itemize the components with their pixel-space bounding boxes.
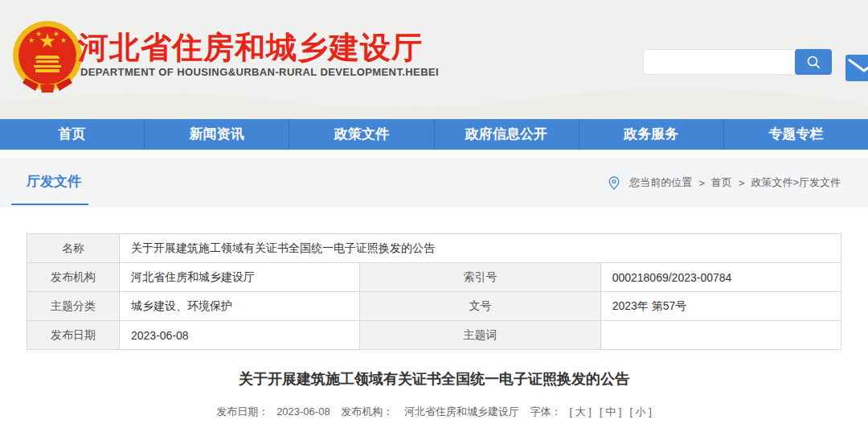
nav-item-special-topics[interactable]: 专题专栏 [724,119,868,150]
publish-date-label: 发布日期 [27,321,120,350]
table-row: 发布机构 河北省住房和城乡建设厅 索引号 000218069/2023-0078… [27,263,841,292]
table-row: 发布日期 2023-06-08 主题词 [27,321,841,350]
breadcrumb-separator: > [698,177,705,189]
table-row: 主题分类 城乡建设、环境保护 文号 2023年 第57号 [27,292,841,321]
svg-text:★: ★ [60,36,67,44]
breadcrumb-label: 您当前的位置 [629,175,692,190]
nav-item-policy-documents[interactable]: 政策文件 [289,119,434,150]
keywords-value [600,321,841,350]
keywords-label: 主题词 [360,321,600,350]
topic-category-value: 城乡建设、环境保护 [120,292,360,321]
breadcrumb: 您当前的位置 > 首页 > 政策文件>厅发文件 [605,175,844,190]
article-publish-date: 2023-06-08 [276,405,330,418]
doc-info-table: 名称 关于开展建筑施工领域有关证书全国统一电子证照换发的公告 发布机构 河北省住… [27,233,841,350]
site-subtitle: DEPARTMENT OF HOUSING&URBAN-RURAL DEVELO… [80,66,439,78]
article-meta: 发布日期：2023-06-08 发布机构： 河北省住房和城乡建设厅 字体：[ 大… [0,405,868,419]
font-size-label: 字体： [530,405,562,418]
svg-text:★: ★ [53,30,59,38]
breadcrumb-home[interactable]: 首页 [711,175,732,190]
topic-category-label: 主题分类 [27,292,120,321]
mail-icon[interactable] [845,55,868,81]
breadcrumb-current[interactable]: 政策文件>厅发文件 [751,175,841,190]
svg-text:★: ★ [28,36,35,44]
index-number-value: 000218069/2023-00784 [600,263,841,292]
nav-item-gov-services[interactable]: 政务服务 [579,119,724,150]
section-bar: 厅发文件 您当前的位置 > 首页 > 政策文件>厅发文件 [0,158,868,208]
tab-office-documents[interactable]: 厅发文件 [27,172,81,191]
nav-item-news[interactable]: 新闻资讯 [145,119,289,150]
font-size-medium-button[interactable]: [ 中 ] [600,405,621,418]
search-button[interactable] [795,49,832,75]
doc-name-value: 关于开展建筑施工领域有关证书全国统一电子证照换发的公告 [120,234,841,263]
nav-gap [0,150,868,158]
index-number-label: 索引号 [360,263,600,292]
main-nav: 首页 新闻资讯 政策文件 政府信息公开 政务服务 专题专栏 [0,119,868,150]
doc-name-label: 名称 [27,234,120,263]
nav-item-gov-info-disclosure[interactable]: 政府信息公开 [435,119,579,150]
nav-item-home[interactable]: 首页 [0,119,145,150]
table-row: 名称 关于开展建筑施工领域有关证书全国统一电子证照换发的公告 [27,234,841,263]
publisher-value: 河北省住房和城乡建设厅 [120,263,360,292]
search-bar [643,49,832,75]
site-header: ★ ★ ★ ★ ★ 河北省住房和城乡建设厅 DEPARTMENT OF HOUS… [0,0,868,119]
search-input[interactable] [643,49,798,75]
doc-number-label: 文号 [360,292,600,321]
article-title: 关于开展建筑施工领域有关证书全国统一电子证照换发的公告 [0,369,868,389]
breadcrumb-separator: > [739,177,745,189]
article-publisher-label: 发布机构： [341,405,393,418]
publisher-label: 发布机构 [27,263,120,292]
site-title: 河北省住房和城乡建设厅 [78,27,423,68]
font-size-small-button[interactable]: [ 小 ] [629,405,651,418]
national-emblem-icon: ★ ★ ★ ★ ★ [11,20,84,93]
doc-number-value: 2023年 第57号 [600,292,841,321]
active-tab-underline [11,204,88,205]
font-size-large-button[interactable]: [ 大 ] [570,405,592,418]
svg-text:★: ★ [35,30,42,38]
article-publish-date-label: 发布日期： [216,405,268,418]
mountain-watermark [0,71,868,119]
article-publisher: 河北省住房和城乡建设厅 [404,405,519,418]
publish-date-value: 2023-06-08 [120,321,360,350]
location-pin-icon [608,176,620,190]
search-icon [806,55,821,69]
